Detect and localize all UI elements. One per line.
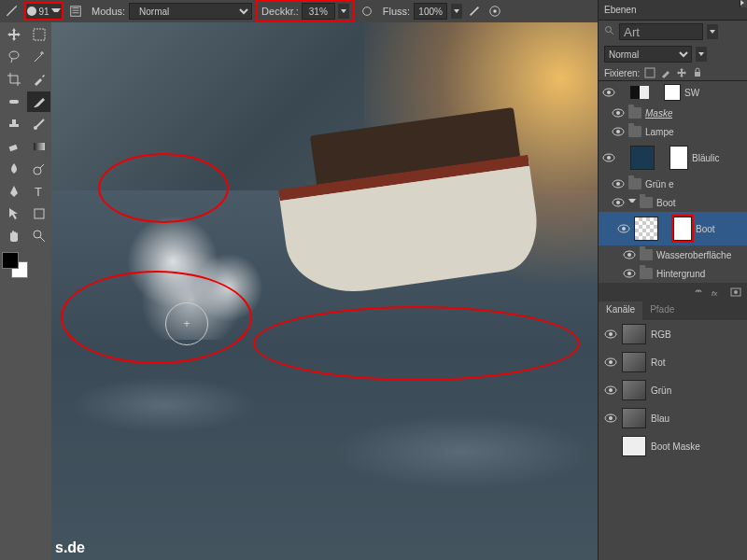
mask-thumbnail[interactable] — [673, 217, 692, 241]
layer-row-blaulich[interactable]: Bläulic — [599, 141, 747, 175]
blur-tool[interactable] — [2, 159, 25, 179]
marquee-tool[interactable] — [27, 24, 50, 45]
type-tool[interactable]: T — [27, 181, 50, 202]
history-brush-tool[interactable] — [27, 114, 50, 134]
visibility-icon[interactable] — [617, 222, 630, 235]
layer-row-gruen[interactable]: Grün e — [599, 175, 747, 193]
hand-tool[interactable] — [2, 226, 25, 246]
tab-kanaele[interactable]: Kanäle — [599, 301, 642, 320]
opacity-input[interactable] — [302, 3, 335, 20]
boat — [266, 88, 565, 312]
eyedropper-tool[interactable] — [27, 69, 50, 90]
canvas[interactable]: + s.de — [51, 22, 598, 560]
dropdown-icon[interactable] — [707, 24, 718, 39]
channel-gruen[interactable]: Grün — [599, 376, 747, 404]
mask-icon[interactable] — [730, 287, 741, 298]
layer-name: Lampe — [645, 127, 674, 137]
airbrush-icon[interactable] — [466, 3, 483, 20]
gradient-tool[interactable] — [27, 136, 50, 157]
lock-position-icon[interactable] — [676, 67, 687, 78]
lasso-tool[interactable] — [2, 47, 25, 67]
layer-thumbnail[interactable] — [634, 217, 658, 241]
flow-label: Fluss: — [383, 6, 410, 17]
fx-icon[interactable]: fx — [712, 287, 723, 298]
lock-paint-icon[interactable] — [660, 67, 671, 78]
lock-transparency-icon[interactable] — [644, 67, 655, 78]
layers-panel-header: Ebenen — [599, 0, 747, 21]
visibility-icon[interactable] — [612, 196, 625, 209]
channel-rot[interactable]: Rot — [599, 348, 747, 376]
brush-panel-icon[interactable] — [67, 3, 84, 20]
dropdown-icon[interactable] — [338, 4, 349, 19]
layer-row-maske[interactable]: Maske — [599, 104, 747, 122]
visibility-icon[interactable] — [604, 412, 617, 425]
opacity-control[interactable]: Deckkr.: — [256, 0, 355, 22]
layer-row-hintergrund[interactable]: Hintergrund — [599, 264, 747, 283]
brush-preset-picker[interactable]: 91 — [24, 2, 63, 21]
visibility-icon[interactable] — [623, 267, 636, 280]
svg-text:T: T — [35, 185, 42, 199]
pen-tool[interactable] — [2, 181, 25, 202]
layer-row-boot[interactable]: Boot — [599, 212, 747, 245]
twirl-icon[interactable] — [740, 0, 747, 7]
path-select-tool[interactable] — [2, 203, 25, 224]
fill-thumbnail[interactable] — [630, 146, 655, 170]
visibility-icon[interactable] — [604, 356, 617, 369]
blend-mode-select[interactable]: Normal — [129, 3, 252, 20]
layer-blend-mode-select[interactable]: Normal — [604, 46, 692, 63]
wand-tool[interactable] — [27, 47, 50, 67]
eraser-tool[interactable] — [2, 136, 25, 157]
lock-row: Fixieren: — [599, 65, 747, 80]
visibility-icon[interactable] — [604, 328, 617, 341]
channel-boot-maske[interactable]: Boot Maske — [599, 432, 747, 460]
zoom-tool[interactable] — [27, 226, 50, 246]
channel-blau[interactable]: Blau — [599, 404, 747, 432]
svg-rect-9 — [34, 143, 45, 150]
dropdown-icon[interactable] — [451, 4, 462, 19]
pressure-size-icon[interactable] — [486, 3, 503, 20]
pressure-opacity-icon[interactable] — [359, 3, 375, 20]
stamp-tool[interactable] — [2, 114, 25, 134]
link-layers-icon[interactable] — [693, 287, 704, 298]
visibility-icon[interactable] — [604, 384, 617, 397]
search-icon — [604, 25, 615, 38]
color-swatch[interactable] — [2, 252, 28, 278]
crop-tool[interactable] — [2, 69, 25, 90]
lock-all-icon[interactable] — [692, 67, 703, 78]
mask-thumbnail[interactable] — [669, 146, 688, 170]
shape-tool[interactable] — [27, 203, 50, 224]
visibility-icon[interactable] — [604, 440, 617, 453]
layer-name: Boot — [696, 224, 715, 234]
link-icon — [658, 154, 666, 161]
layer-row-lampe[interactable]: Lampe — [599, 122, 747, 141]
layer-row-wasser[interactable]: Wasseroberfläche — [599, 245, 747, 264]
visibility-icon[interactable] — [602, 86, 615, 99]
channel-name: Grün — [651, 385, 671, 396]
mask-thumbnail[interactable] — [664, 84, 681, 101]
svg-point-14 — [606, 27, 612, 33]
link-icon — [662, 225, 669, 232]
layer-row-boot-folder[interactable]: Boot — [599, 193, 747, 212]
foreground-color[interactable] — [2, 252, 19, 269]
visibility-icon[interactable] — [612, 177, 625, 190]
layer-row-sw[interactable]: SW — [599, 81, 747, 104]
svg-point-5 — [9, 51, 19, 59]
channel-rgb[interactable]: RGB — [599, 320, 747, 348]
layer-filter-input[interactable] — [619, 23, 703, 40]
tab-pfade[interactable]: Pfade — [642, 301, 682, 320]
move-tool[interactable] — [2, 24, 25, 45]
flow-input[interactable] — [414, 3, 447, 20]
brush-tool[interactable] — [27, 91, 50, 112]
channel-thumbnail — [622, 352, 646, 372]
visibility-icon[interactable] — [623, 248, 636, 261]
heal-tool[interactable] — [2, 91, 25, 112]
svg-point-24 — [607, 156, 611, 160]
svg-rect-4 — [34, 29, 45, 40]
visibility-icon[interactable] — [602, 151, 615, 164]
dropdown-icon[interactable] — [696, 47, 707, 62]
visibility-icon[interactable] — [612, 125, 625, 138]
channel-thumbnail — [622, 324, 646, 344]
visibility-icon[interactable] — [612, 106, 625, 119]
twirl-icon[interactable] — [628, 199, 636, 206]
dodge-tool[interactable] — [27, 159, 50, 179]
